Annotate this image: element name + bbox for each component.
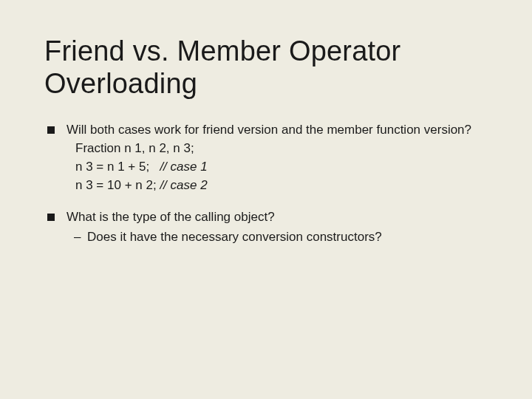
bullet-text: Will both cases work for friend version … [66,123,471,137]
code-stmt: n 3 = n 1 + 5; [75,160,149,174]
bullet-item: Will both cases work for friend version … [44,122,488,194]
bullet-list: Will both cases work for friend version … [44,122,488,246]
slide: Friend vs. Member Operator Overloading W… [0,0,532,399]
code-stmt: Fraction n 1, n 2, n 3; [75,141,194,155]
code-block: Fraction n 1, n 2, n 3; n 3 = n 1 + 5; /… [66,140,488,194]
sub-bullet-text: Does it have the necessary conversion co… [87,230,382,244]
code-line: n 3 = n 1 + 5; // case 1 [66,159,488,176]
bullet-item: What is the type of the calling object? … [44,209,488,246]
code-line: Fraction n 1, n 2, n 3; [66,140,488,157]
code-line: n 3 = 10 + n 2; // case 2 [66,177,488,194]
slide-title: Friend vs. Member Operator Overloading [44,35,488,100]
sub-bullet-item: Does it have the necessary conversion co… [66,229,488,246]
code-comment: // case 1 [160,160,207,174]
code-comment: // case 2 [160,178,207,192]
sub-bullet-list: Does it have the necessary conversion co… [66,229,488,246]
bullet-text: What is the type of the calling object? [66,210,275,224]
code-stmt: n 3 = 10 + n 2; [75,178,157,192]
